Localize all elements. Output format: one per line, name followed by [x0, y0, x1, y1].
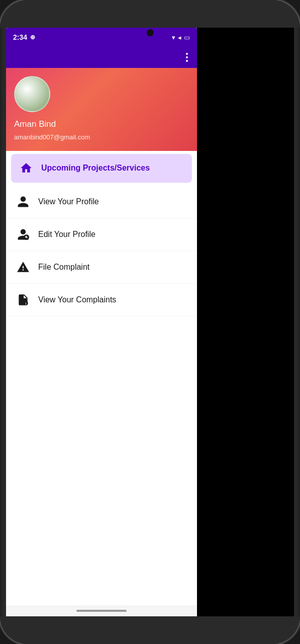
camera-notch — [147, 29, 154, 36]
home-icon — [19, 161, 33, 175]
status-time: 2:34 ⊕ — [13, 33, 35, 41]
battery-icon: ▭ — [184, 34, 190, 41]
edit-profile-icon — [16, 227, 30, 242]
avatar — [14, 76, 50, 112]
person-icon — [16, 195, 30, 209]
file-complaint-label: File Complaint — [38, 263, 89, 272]
home-indicator — [76, 610, 127, 612]
bottom-bar — [6, 605, 197, 616]
right-area — [197, 28, 294, 616]
user-email: amanbind007@gmail.com — [14, 133, 189, 141]
upcoming-projects-label: Upcoming Projects/Services — [41, 164, 150, 173]
profile-header: Aman Bind amanbind007@gmail.com — [6, 68, 197, 151]
nav-menu: Upcoming Projects/Services View Your Pro… — [6, 151, 197, 616]
status-icons: ▾ ◂ ▭ — [172, 34, 190, 41]
user-name: Aman Bind — [14, 119, 189, 129]
nav-item-view-complaints[interactable]: i View Your Complaints — [6, 284, 197, 316]
dot1 — [186, 53, 188, 55]
wifi-icon: ▾ — [172, 34, 175, 41]
screen: 2:34 ⊕ ▾ ◂ ▭ Aman Bin — [6, 28, 197, 616]
top-action-bar — [6, 47, 197, 68]
location-icon: ⊕ — [30, 34, 35, 41]
nav-item-edit-profile[interactable]: Edit Your Profile — [6, 218, 197, 251]
nav-item-view-profile[interactable]: View Your Profile — [6, 186, 197, 218]
dot2 — [186, 56, 188, 58]
file-info-icon: i — [16, 293, 30, 307]
svg-text:i: i — [26, 302, 27, 305]
nav-item-upcoming-projects[interactable]: Upcoming Projects/Services — [11, 154, 192, 183]
warning-icon — [16, 260, 30, 274]
more-options-button[interactable] — [184, 51, 190, 64]
view-profile-label: View Your Profile — [38, 197, 99, 206]
view-complaints-label: View Your Complaints — [38, 295, 116, 304]
dot3 — [186, 60, 188, 62]
time-display: 2:34 — [13, 33, 27, 41]
nav-item-file-complaint[interactable]: File Complaint — [6, 251, 197, 284]
signal-icon: ◂ — [178, 34, 181, 41]
status-bar: 2:34 ⊕ ▾ ◂ ▭ — [6, 28, 197, 47]
edit-profile-label: Edit Your Profile — [38, 230, 95, 239]
phone-frame: 2:34 ⊕ ▾ ◂ ▭ Aman Bin — [0, 0, 300, 644]
